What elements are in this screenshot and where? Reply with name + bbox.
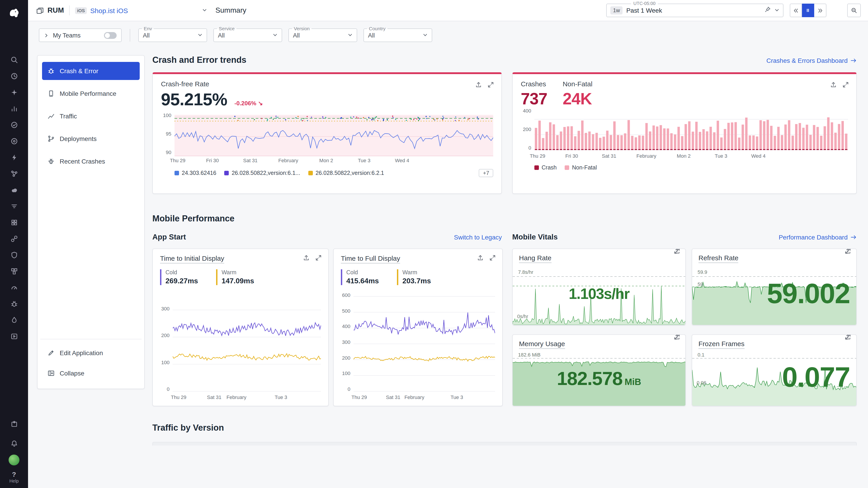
time-back-button[interactable] <box>790 4 802 17</box>
metrics-icon[interactable] <box>5 100 23 117</box>
sidenav-item-mobile-performance[interactable]: Mobile Performance <box>42 85 140 103</box>
y-axis: 6005004003002001000 <box>341 295 353 393</box>
y-axis: 3002001000 <box>160 308 173 393</box>
expand-icon[interactable] <box>315 254 322 263</box>
legend-overflow-chip[interactable]: +7 <box>479 169 493 177</box>
bug-icon <box>48 158 55 165</box>
branch-icon <box>48 135 55 142</box>
expand-icon[interactable] <box>842 81 849 90</box>
legend-item[interactable]: Crash <box>534 164 557 171</box>
service-filter[interactable]: Service All <box>213 29 282 42</box>
monitors-icon[interactable] <box>5 117 23 133</box>
chevron-down-icon <box>202 6 207 14</box>
time-to-full-display-card: Time to Full Display Cold 415.64ms Warm <box>333 249 503 406</box>
search-icon[interactable] <box>5 52 23 68</box>
copilot-sparkle-icon[interactable] <box>5 84 23 100</box>
export-icon[interactable] <box>477 254 484 263</box>
help-label: Help <box>9 479 19 484</box>
session-replay-icon[interactable] <box>5 328 23 344</box>
pencil-icon <box>48 349 55 357</box>
export-icon[interactable] <box>303 254 310 263</box>
history-icon[interactable] <box>5 68 23 84</box>
dashboards-icon[interactable] <box>5 214 23 230</box>
sidenav-item-crash-error[interactable]: Crash & Error <box>42 62 140 80</box>
traffic-table-partial <box>152 442 857 446</box>
chevron-down-icon <box>423 31 428 39</box>
containers-icon[interactable] <box>5 263 23 279</box>
expand-icon[interactable] <box>489 254 496 263</box>
infrastructure-cloud-icon[interactable] <box>5 182 23 198</box>
events-icon[interactable] <box>5 149 23 165</box>
performance-dashboard-link[interactable]: Performance Dashboard <box>779 234 857 241</box>
switch-to-legacy-link[interactable]: Switch to Legacy <box>454 234 502 241</box>
section-title: Mobile Performance <box>152 214 857 224</box>
collapse-label: Collapse <box>60 369 84 377</box>
user-avatar[interactable] <box>8 455 20 465</box>
env-filter[interactable]: Env All <box>138 29 207 42</box>
error-tracking-bug-icon[interactable] <box>5 295 23 312</box>
crashes-bar-chart[interactable] <box>534 110 848 152</box>
pin-icon[interactable] <box>765 6 771 14</box>
time-range-picker[interactable]: UTC-05:00 1w Past 1 Week <box>606 4 783 17</box>
expand-icon[interactable] <box>487 81 494 90</box>
my-teams-filter[interactable]: My Teams <box>39 29 122 42</box>
sidenav-label: Deployments <box>60 135 96 142</box>
legend-item[interactable]: 26.028.50822,version:6.1... <box>224 170 300 176</box>
sidenav-item-recent-crashes[interactable]: Recent Crashes <box>42 152 140 170</box>
application-name: Shop.ist iOS <box>90 6 128 14</box>
integrations-icon[interactable] <box>5 230 23 247</box>
service-map-icon[interactable] <box>5 133 23 149</box>
cold-start-stat: Cold 415.64ms <box>341 269 379 285</box>
max-value-label: 182.6 MiB <box>518 352 540 357</box>
sidenav-item-deployments[interactable]: Deployments <box>42 130 140 148</box>
legend-item[interactable]: 24.303.62416 <box>175 170 216 176</box>
hang-rate-card: Hang Rate 7.8s/hr 0s/hr 1.103s/hr <box>512 249 686 325</box>
divider <box>69 5 70 15</box>
notifications-bell-icon[interactable] <box>5 435 23 451</box>
time-forward-button[interactable] <box>814 4 827 17</box>
country-filter-label: Country <box>367 26 388 31</box>
global-nav-rail: ? Help <box>0 0 28 488</box>
profiling-flame-icon[interactable] <box>5 312 23 328</box>
export-icon[interactable] <box>475 81 482 90</box>
chart-legend: 24.303.62416 26.028.50822,version:6.1...… <box>175 169 493 177</box>
help-button[interactable]: ? Help <box>9 470 19 484</box>
divider <box>130 29 130 41</box>
zoom-out-button[interactable] <box>847 4 861 17</box>
version-filter[interactable]: Version All <box>288 29 357 42</box>
service-filter-value: All <box>218 32 225 39</box>
my-teams-toggle[interactable] <box>104 32 117 39</box>
chevron-down-icon[interactable] <box>774 6 779 14</box>
max-value-label: 59.9 <box>698 269 707 275</box>
datadog-logo[interactable] <box>5 4 23 22</box>
sidenav-label: Traffic <box>60 112 77 120</box>
collapse-button[interactable]: Collapse <box>42 364 140 382</box>
line-chart-icon <box>48 112 55 120</box>
export-icon[interactable] <box>830 81 837 90</box>
edit-application-button[interactable]: Edit Application <box>42 344 140 362</box>
apm-icon[interactable] <box>5 165 23 182</box>
legend-item[interactable]: 26.028.50822,version:6.2.1 <box>308 170 384 176</box>
ttid-chart[interactable] <box>173 308 321 393</box>
security-icon[interactable] <box>5 247 23 263</box>
crash-free-rate-card: Crash-free Rate 95.215% -0.206% ↘ 100959… <box>152 72 502 194</box>
sidenav-label: Mobile Performance <box>60 90 116 97</box>
x-axis: Thu 29 Fri 30 Sat 31 February Mon 2 Tue … <box>534 153 848 160</box>
product-home[interactable]: RUM <box>36 6 64 14</box>
extensions-icon[interactable] <box>5 416 23 432</box>
pause-live-button[interactable] <box>802 4 814 17</box>
summary-side-nav: Crash & Error Mobile Performance Traffic… <box>37 55 145 389</box>
rail-icon-list <box>5 52 23 344</box>
app-start-title: App Start <box>152 233 186 241</box>
application-switcher[interactable]: iOS Shop.ist iOS <box>75 6 207 14</box>
ttfd-chart[interactable] <box>353 295 495 393</box>
section-title: Traffic by Version <box>152 423 857 433</box>
usage-gauge-icon[interactable] <box>5 279 23 295</box>
legend-item[interactable]: Non-Fatal <box>565 164 597 171</box>
sidenav-item-traffic[interactable]: Traffic <box>42 107 140 125</box>
country-filter[interactable]: Country All <box>364 29 432 42</box>
collapse-panel-icon <box>48 369 55 377</box>
logs-icon[interactable] <box>5 198 23 214</box>
crashes-errors-dashboard-link[interactable]: Crashes & Errors Dashboard <box>767 57 857 64</box>
crash-free-rate-chart[interactable] <box>175 115 493 156</box>
